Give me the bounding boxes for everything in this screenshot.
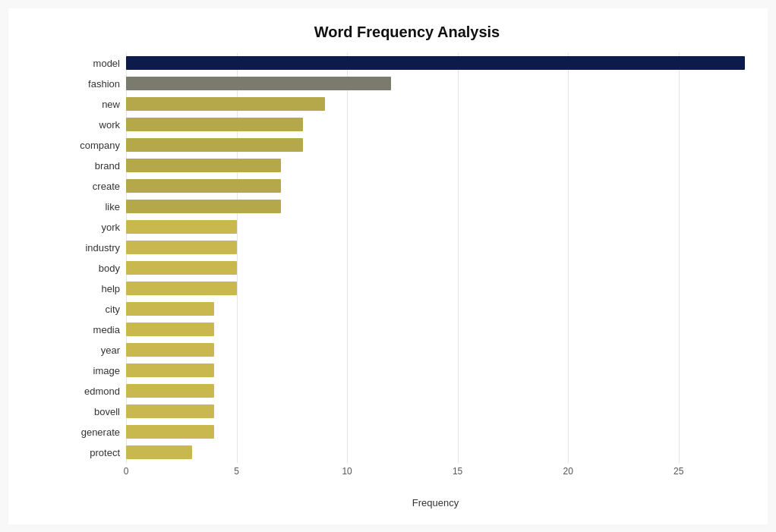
bar-fill bbox=[126, 77, 391, 91]
x-tick: 15 bbox=[453, 466, 462, 477]
x-tick: 0 bbox=[124, 466, 129, 477]
bar-row: company bbox=[69, 135, 745, 156]
bar-track bbox=[126, 220, 745, 235]
bar-label: new bbox=[69, 99, 126, 110]
bar-label: image bbox=[69, 365, 126, 376]
bar-label: like bbox=[69, 201, 126, 212]
bar-label: fashion bbox=[69, 78, 126, 90]
bar-row: media bbox=[69, 320, 745, 340]
bar-fill bbox=[126, 179, 281, 194]
bar-label: company bbox=[69, 140, 126, 151]
bar-track bbox=[126, 364, 745, 378]
bar-label: body bbox=[69, 263, 126, 274]
bar-fill bbox=[126, 220, 237, 235]
bar-row: generate bbox=[69, 422, 745, 442]
bar-row: york bbox=[69, 217, 745, 238]
bar-fill bbox=[126, 425, 214, 439]
bar-track bbox=[126, 323, 745, 337]
bar-fill bbox=[126, 159, 281, 173]
bar-row: model bbox=[69, 53, 745, 74]
bar-row: city bbox=[69, 299, 745, 320]
bar-track bbox=[126, 405, 745, 419]
bar-fill bbox=[126, 282, 237, 296]
bar-label: bovell bbox=[69, 406, 126, 417]
bar-label: create bbox=[69, 181, 126, 192]
bar-row: image bbox=[69, 360, 745, 381]
chart-title: Word Frequency Analysis bbox=[69, 24, 745, 41]
bar-row: bovell bbox=[69, 401, 745, 422]
bar-label: industry bbox=[69, 242, 126, 253]
bar-label: brand bbox=[69, 160, 126, 172]
x-tick: 10 bbox=[342, 466, 352, 477]
bar-row: body bbox=[69, 258, 745, 279]
bar-fill bbox=[126, 261, 237, 275]
chart-area: modelfashionnewworkcompanybrandcreatelik… bbox=[69, 53, 745, 493]
bar-row: like bbox=[69, 197, 745, 217]
bar-track bbox=[126, 200, 745, 214]
bar-track bbox=[126, 384, 745, 398]
bar-row: edmond bbox=[69, 381, 745, 401]
bar-row: work bbox=[69, 115, 745, 135]
bar-track bbox=[126, 118, 745, 132]
bar-track bbox=[126, 282, 745, 296]
x-axis-label: Frequency bbox=[412, 497, 459, 508]
bar-row: fashion bbox=[69, 74, 745, 94]
bar-label: generate bbox=[69, 427, 126, 438]
bar-fill bbox=[126, 405, 214, 419]
bar-track bbox=[126, 138, 745, 153]
bar-track bbox=[126, 445, 745, 460]
bar-track bbox=[126, 343, 745, 357]
bar-track bbox=[126, 179, 745, 194]
bar-track bbox=[126, 302, 745, 316]
bar-label: media bbox=[69, 324, 126, 335]
bar-row: create bbox=[69, 176, 745, 197]
bar-label: model bbox=[69, 58, 126, 69]
bar-track bbox=[126, 97, 745, 112]
bar-row: new bbox=[69, 94, 745, 115]
bar-track bbox=[126, 56, 745, 71]
bar-fill bbox=[126, 323, 214, 337]
bar-track bbox=[126, 261, 745, 275]
bar-label: edmond bbox=[69, 386, 126, 397]
bar-label: york bbox=[69, 222, 126, 233]
bars-section: modelfashionnewworkcompanybrandcreatelik… bbox=[69, 53, 745, 463]
bar-fill bbox=[126, 118, 303, 132]
bar-track bbox=[126, 241, 745, 255]
bar-track bbox=[126, 77, 745, 91]
bar-label: work bbox=[69, 119, 126, 131]
bar-label: help bbox=[69, 283, 126, 294]
bar-track bbox=[126, 159, 745, 173]
bar-fill bbox=[126, 302, 214, 316]
x-tick: 5 bbox=[234, 466, 239, 477]
x-tick: 20 bbox=[563, 466, 573, 477]
bar-fill bbox=[126, 343, 214, 357]
chart-container: Word Frequency Analysis modelfashionneww… bbox=[8, 8, 768, 524]
bar-row: protect bbox=[69, 442, 745, 463]
bar-row: industry bbox=[69, 238, 745, 258]
bar-row: year bbox=[69, 340, 745, 360]
bar-fill bbox=[126, 445, 192, 460]
bar-track bbox=[126, 425, 745, 439]
bar-fill bbox=[126, 364, 214, 378]
bar-label: protect bbox=[69, 447, 126, 458]
bar-label: year bbox=[69, 345, 126, 356]
bar-fill bbox=[126, 384, 214, 398]
bar-fill bbox=[126, 138, 303, 153]
x-tick: 25 bbox=[673, 466, 683, 477]
bar-label: city bbox=[69, 304, 126, 315]
bar-fill bbox=[126, 241, 237, 255]
bar-row: brand bbox=[69, 156, 745, 176]
x-axis: Frequency 0510152025 bbox=[126, 463, 745, 493]
bar-row: help bbox=[69, 279, 745, 299]
bar-fill bbox=[126, 56, 745, 71]
bar-fill bbox=[126, 97, 325, 112]
bar-fill bbox=[126, 200, 281, 214]
